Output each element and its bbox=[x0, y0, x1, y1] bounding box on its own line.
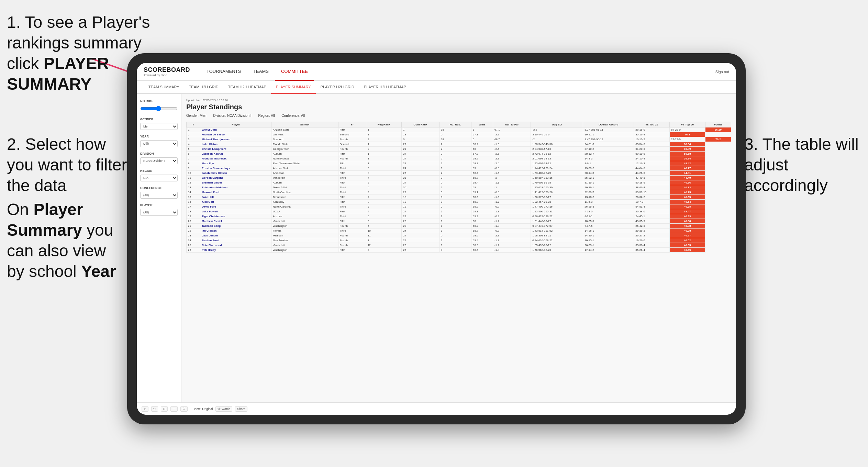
sign-out-link[interactable]: Sign out bbox=[715, 70, 729, 74]
col-points: Points bbox=[705, 122, 731, 127]
table-header-row: # Player School Yr Reg Rank Conf Rank No… bbox=[187, 122, 731, 127]
table-cell: 0 bbox=[439, 200, 471, 204]
subnav-team-h2h-grid[interactable]: TEAM H2H GRID bbox=[184, 81, 223, 94]
player-standings-table: # Player School Yr Reg Rank Conf Rank No… bbox=[186, 122, 731, 253]
table-cell: Arkansas bbox=[271, 171, 338, 176]
table-cell: 40.83 bbox=[670, 185, 705, 190]
division-filter-label: Division: bbox=[213, 114, 226, 118]
table-cell: 1 bbox=[366, 152, 401, 156]
sidebar: No Rds. Gender Men Women Year (All) Firs… bbox=[137, 94, 181, 402]
table-cell: 24-45-1 bbox=[634, 214, 670, 219]
subnav-player-h2h-heatmap[interactable]: PLAYER H2H HEATMAP bbox=[359, 81, 411, 94]
table-cell: 40.96 bbox=[670, 180, 705, 185]
table-cell: 19-39-2 bbox=[583, 166, 634, 171]
share-button[interactable]: Share bbox=[235, 406, 247, 412]
table-row: 24Bastien AmatNew MexicoFourth127269.4-1… bbox=[187, 238, 731, 243]
table-area: Update time: 27/03/2024 16:56:26 Player … bbox=[181, 94, 736, 402]
table-cell: Third bbox=[338, 214, 366, 219]
division-select[interactable]: NCAA Division I NCAA Division II NCAA Di… bbox=[140, 157, 178, 164]
table-cell: 16 bbox=[187, 200, 200, 204]
subnav-player-summary[interactable]: PLAYER SUMMARY bbox=[271, 81, 316, 94]
year-select[interactable]: (All) First Second Third Fourth Fifth bbox=[140, 140, 178, 147]
subnav-player-h2h-grid[interactable]: PLAYER H2H GRID bbox=[316, 81, 359, 94]
table-cell: 53-51-10 bbox=[634, 190, 670, 195]
table-cell: Auburn bbox=[271, 152, 338, 156]
table-cell: -2.3 bbox=[493, 156, 531, 161]
table-cell: Fifth bbox=[338, 219, 366, 224]
table-row: 3Michael ThorbjornsenStanfordFourth20180… bbox=[187, 137, 731, 142]
table-cell: Jack Lundin bbox=[200, 233, 271, 238]
subnav-team-h2h-heatmap[interactable]: TEAM H2H HEATMAP bbox=[223, 81, 271, 94]
table-row: 22Ian GilliganFloridaThird1024168.7-0.81… bbox=[187, 229, 731, 233]
table-cell: 27 bbox=[401, 156, 439, 161]
table-cell: 18 bbox=[439, 137, 471, 142]
table-cell: 35-16-4 bbox=[634, 132, 670, 137]
table-cell: 2.34 533-57-16 bbox=[531, 147, 583, 152]
table-cell: 27 bbox=[401, 142, 439, 147]
watch-button[interactable]: 👁 Watch bbox=[215, 406, 232, 412]
table-cell: -2.3 bbox=[493, 233, 531, 238]
region-select[interactable]: N/A All East West South bbox=[140, 175, 178, 181]
table-cell: 22 bbox=[187, 229, 200, 233]
instruction-bottom: On Player Summary you can also view by s… bbox=[7, 199, 127, 282]
table-cell: 21 bbox=[401, 147, 439, 152]
no-rds-slider[interactable] bbox=[140, 106, 178, 111]
table-cell: 4 bbox=[366, 209, 401, 214]
table-cell: 44.81 bbox=[670, 171, 705, 176]
table-cell: 70.2 bbox=[705, 137, 731, 142]
table-cell: Gordon Sargent bbox=[200, 176, 271, 180]
table-row: 9Preston SummerhaysArizona StateThird324… bbox=[187, 166, 731, 171]
table-cell: Third bbox=[338, 166, 366, 171]
table-cell: -3.2 bbox=[531, 127, 583, 132]
toolbar-extra-1[interactable]: ⊞ bbox=[161, 406, 168, 412]
table-cell: Matthew Riedel bbox=[200, 219, 271, 224]
table-cell: 1 bbox=[366, 238, 401, 243]
table-row: 14Maxwell FordNorth CarolinaThird322069.… bbox=[187, 190, 731, 195]
table-cell: David Ford bbox=[200, 204, 271, 209]
table-cell: 7 bbox=[366, 195, 401, 200]
table-cell: 19-26-0 bbox=[634, 238, 670, 243]
table-cell: 0 bbox=[439, 195, 471, 200]
table-cell: Kentucky bbox=[271, 200, 338, 204]
table-cell: Phichaksn Maichon bbox=[200, 185, 271, 190]
undo-button[interactable]: ↩ bbox=[142, 406, 148, 412]
table-cell: North Carolina bbox=[271, 204, 338, 209]
table-cell: 6 bbox=[187, 152, 200, 156]
table-cell: -2.6 bbox=[493, 152, 531, 156]
table-cell: Arizona State bbox=[271, 127, 338, 132]
table-cell: 24 bbox=[401, 166, 439, 171]
conference-select[interactable]: (All) ACC SEC Big Ten bbox=[140, 192, 178, 199]
table-cell: Stanford bbox=[271, 137, 338, 142]
table-cell: 0 bbox=[439, 180, 471, 185]
nav-committee[interactable]: COMMITTEE bbox=[275, 63, 314, 81]
table-row: 5Christo LamprechtGeorgia TechFourth2212… bbox=[187, 147, 731, 152]
table-cell: 0 bbox=[439, 190, 471, 195]
table-cell: 1 bbox=[366, 161, 401, 166]
toolbar-clock[interactable]: ⏱ bbox=[180, 406, 188, 412]
col-player: Player bbox=[200, 122, 271, 127]
table-cell: 19-7-3 bbox=[634, 200, 670, 204]
gender-select[interactable]: Men Women bbox=[140, 123, 178, 130]
table-cell: 0.87 473-177-57 bbox=[531, 224, 583, 229]
table-cell: 40.02 bbox=[670, 238, 705, 243]
table-cell: 3 bbox=[187, 137, 200, 142]
redo-button[interactable]: ↪ bbox=[151, 406, 158, 412]
gender-filter-label: Gender: bbox=[186, 114, 199, 118]
table-cell: 9 bbox=[366, 204, 401, 209]
toolbar-extra-2[interactable]: ⋯ bbox=[170, 406, 178, 412]
table-cell: 38.47 bbox=[670, 209, 705, 214]
nav-tournaments[interactable]: TOURNAMENTS bbox=[200, 63, 247, 81]
table-cell: 1.98 547-140-98 bbox=[531, 142, 583, 147]
col-reg-rank: Reg Rank bbox=[366, 122, 401, 127]
table-cell: 12 bbox=[366, 243, 401, 248]
table-cell: -1.8 bbox=[493, 248, 531, 253]
nav-teams[interactable]: TEAMS bbox=[247, 63, 275, 81]
table-cell: 10-15-1 bbox=[583, 238, 634, 243]
table-cell: 68.2 bbox=[471, 142, 493, 147]
table-cell: 1.15 628-150-30 bbox=[531, 185, 583, 190]
division-filter-value: NCAA Division I bbox=[227, 114, 252, 118]
subnav-team-summary[interactable]: TEAM SUMMARY bbox=[144, 81, 184, 94]
table-cell: 1.50 387-133-16 bbox=[531, 176, 583, 180]
player-select[interactable]: (All) bbox=[140, 209, 178, 216]
table-cell: 20-29-1 bbox=[583, 185, 634, 190]
